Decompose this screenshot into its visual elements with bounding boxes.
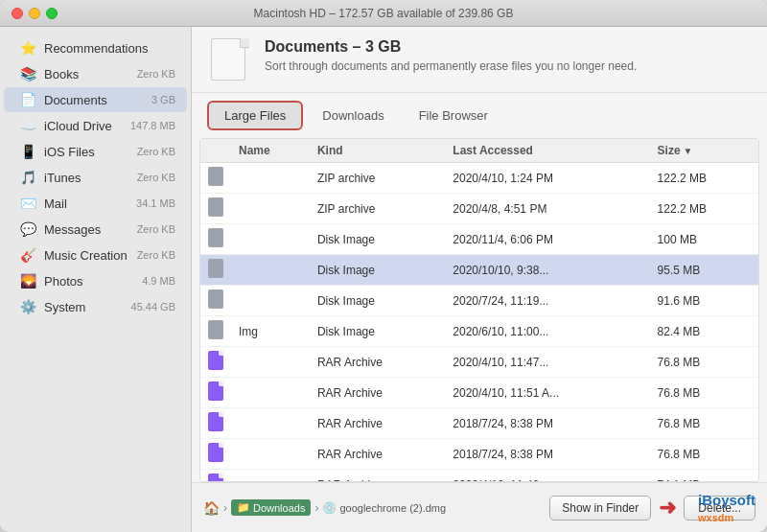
sidebar-size-messages: Zero KB [137, 223, 175, 235]
file-accessed-cell: 2020/11/4, 6:06 PM [445, 224, 649, 255]
table-row[interactable]: Disk Image2020/7/24, 11:19...91.6 MB [200, 286, 758, 316]
system-icon: ⚙️ [19, 298, 36, 315]
table-row[interactable]: Disk Image2020/11/4, 6:06 PM100 MB [200, 224, 758, 255]
minimize-button[interactable] [29, 8, 40, 19]
sidebar-item-ios-files[interactable]: 📱iOS FilesZero KB [4, 139, 187, 164]
file-accessed-cell: 2020/6/10, 11:00... [445, 316, 649, 347]
file-name-cell [231, 378, 310, 408]
sidebar-item-recommendations[interactable]: ⭐Recommendations [4, 35, 187, 60]
ios-files-icon: 📱 [19, 143, 36, 160]
sidebar-size-system: 45.44 GB [131, 301, 175, 312]
sidebar-item-system[interactable]: ⚙️System45.44 GB [4, 294, 187, 319]
file-size-cell: 100 MB [650, 224, 758, 255]
sidebar-size-photos: 4.9 MB [142, 275, 175, 287]
breadcrumb-sep-2: › [314, 501, 318, 515]
file-name-cell: .rar [231, 470, 310, 483]
maximize-button[interactable] [46, 8, 58, 19]
table-row[interactable]: ImgDisk Image2020/6/10, 11:00...82.4 MB [200, 316, 758, 347]
col-name[interactable]: Name [231, 139, 310, 163]
home-icon: 🏠 [203, 500, 220, 516]
file-kind-cell: RAR Archive [310, 347, 445, 378]
file-kind-cell: Disk Image [310, 286, 445, 316]
folder-label: Downloads [253, 502, 305, 514]
table-row[interactable]: .rarRAR Archive2020/4/10, 11:49...74.1 M… [200, 470, 758, 483]
itunes-icon: 🎵 [19, 169, 36, 186]
purple-file-icon [208, 443, 223, 462]
tab-downloads[interactable]: Downloads [307, 103, 399, 128]
purple-file-icon [208, 474, 223, 482]
sidebar-label-itunes: iTunes [44, 171, 137, 185]
sidebar-item-documents[interactable]: 📄Documents3 GB [4, 87, 187, 112]
col-icon [200, 139, 231, 163]
titlebar-text: Macintosh HD – 172.57 GB available of 23… [254, 7, 514, 20]
file-size-cell: 76.8 MB [650, 408, 758, 439]
sidebar-item-messages[interactable]: 💬MessagesZero KB [4, 217, 187, 242]
file-size-cell: 76.8 MB [650, 347, 758, 378]
table-row[interactable]: RAR Archive2020/4/10, 11:51 A...76.8 MB [200, 378, 758, 408]
file-accessed-cell: 2020/4/10, 11:47... [445, 347, 649, 378]
icloud-icon: ☁️ [19, 117, 36, 134]
sidebar-size-icloud: 147.8 MB [130, 120, 175, 131]
sidebar-label-system: System [44, 300, 131, 314]
col-size[interactable]: Size [650, 139, 758, 163]
file-icon-cell [200, 194, 231, 224]
file-accessed-cell: 2018/7/24, 8:38 PM [445, 439, 649, 470]
file-name-cell [231, 347, 310, 378]
traffic-lights [12, 8, 58, 19]
file-size-cell: 95.5 MB [650, 255, 758, 286]
file-kind-cell: Disk Image [310, 255, 445, 286]
tab-large-files[interactable]: Large Files [207, 101, 303, 130]
file-kind-cell: ZIP archive [310, 194, 445, 224]
sidebar-label-recommendations: Recommendations [44, 41, 175, 56]
sidebar-size-ios-files: Zero KB [137, 146, 175, 157]
arrow-right-icon: ➜ [659, 496, 676, 520]
close-button[interactable] [12, 8, 23, 19]
sidebar-size-mail: 34.1 MB [136, 197, 175, 209]
documents-icon: 📄 [19, 91, 36, 108]
purple-file-icon [208, 382, 223, 401]
sidebar: ⭐Recommendations📚BooksZero KB📄Documents3… [0, 27, 192, 532]
table-row[interactable]: RAR Archive2020/4/10, 11:47...76.8 MB [200, 347, 758, 378]
file-icon-cell [200, 347, 231, 378]
books-icon: 📚 [19, 65, 36, 82]
file-name-cell [231, 408, 310, 439]
sidebar-item-music-creation[interactable]: 🎸Music CreationZero KB [4, 243, 187, 267]
file-table-container[interactable]: Name Kind Last Accessed Size ZIP archive… [199, 138, 759, 482]
gray-file-icon [208, 167, 223, 186]
gray-file-icon [208, 320, 223, 339]
purple-file-icon [208, 412, 223, 431]
file-kind-cell: RAR Archive [310, 408, 445, 439]
table-row[interactable]: ZIP archive2020/4/10, 1:24 PM122.2 MB [200, 163, 758, 194]
file-kind-cell: Disk Image [310, 316, 445, 347]
titlebar: Macintosh HD – 172.57 GB available of 23… [0, 0, 767, 27]
sidebar-item-itunes[interactable]: 🎵iTunesZero KB [4, 165, 187, 190]
watermark-text2: wxsdm [698, 512, 733, 523]
file-table: Name Kind Last Accessed Size ZIP archive… [200, 139, 758, 482]
col-accessed: Last Accessed [445, 139, 649, 163]
file-icon-cell [200, 286, 231, 316]
show-in-finder-button[interactable]: Show in Finder [549, 496, 651, 520]
file-accessed-cell: 2020/10/10, 9:38... [445, 255, 649, 286]
table-row[interactable]: RAR Archive2018/7/24, 8:38 PM76.8 MB [200, 439, 758, 470]
sidebar-item-icloud[interactable]: ☁️iCloud Drive147.8 MB [4, 113, 187, 138]
gray-file-icon [208, 197, 223, 217]
sidebar-size-books: Zero KB [137, 68, 175, 80]
breadcrumb-folder[interactable]: 📁 Downloads [231, 499, 311, 516]
table-row[interactable]: RAR Archive2018/7/24, 8:38 PM76.8 MB [200, 408, 758, 439]
panel-header: Documents – 3 GB Sort through documents … [192, 27, 767, 93]
watermark-text1: iBoysoft [698, 492, 755, 508]
tab-file-browser[interactable]: File Browser [404, 103, 503, 128]
sidebar-label-music-creation: Music Creation [44, 248, 137, 263]
sidebar-item-books[interactable]: 📚BooksZero KB [4, 61, 187, 86]
right-panel: Documents – 3 GB Sort through documents … [192, 27, 767, 532]
table-row[interactable]: Disk Image2020/10/10, 9:38...95.5 MB [200, 255, 758, 286]
file-size-cell: 76.8 MB [650, 378, 758, 408]
file-icon-cell [200, 224, 231, 255]
table-body: ZIP archive2020/4/10, 1:24 PM122.2 MBZIP… [200, 163, 758, 483]
table-row[interactable]: ZIP archive2020/4/8, 4:51 PM122.2 MB [200, 194, 758, 224]
sidebar-item-mail[interactable]: ✉️Mail34.1 MB [4, 191, 187, 216]
file-accessed-cell: 2020/4/10, 11:49... [445, 470, 649, 483]
sidebar-label-books: Books [44, 67, 137, 81]
doc-icon [207, 38, 253, 84]
sidebar-item-photos[interactable]: 🌄Photos4.9 MB [4, 268, 187, 293]
